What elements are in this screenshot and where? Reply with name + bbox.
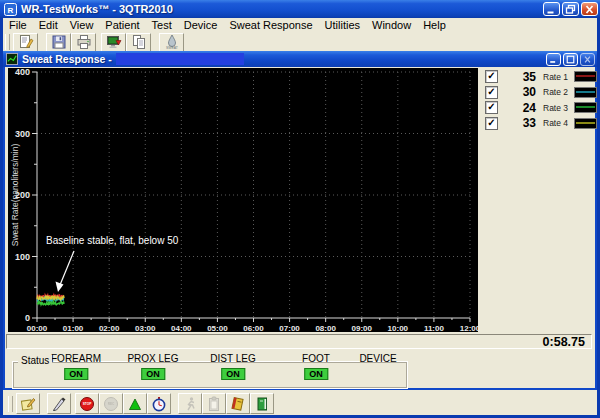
play-icon [127, 396, 143, 412]
status-badge-forearm: ON [64, 368, 88, 380]
log-book-icon [230, 396, 246, 412]
stop-button[interactable]: STOP [75, 393, 99, 414]
rate-row-4: ✓33Rate 4 [481, 116, 597, 132]
svg-text:12:00: 12:00 [460, 324, 478, 332]
chart-annotation: Baseline stable, flat, below 50 [46, 235, 178, 246]
status-header-prox-leg: PROX LEG [127, 353, 178, 364]
menu-bar: FileEditViewPatientTestDeviceSweat Respo… [3, 18, 597, 32]
inner-close-icon [582, 55, 593, 64]
log-book-button[interactable] [226, 393, 250, 414]
rate-4-value: 33 [498, 116, 536, 130]
edit-note-button[interactable] [13, 33, 38, 52]
svg-text:0: 0 [25, 313, 30, 323]
note-marker-button[interactable] [16, 393, 40, 414]
pen-icon [51, 396, 67, 412]
status-group-label: Status [18, 355, 52, 366]
rec-icon: REC [103, 396, 119, 412]
svg-text:06:00: 06:00 [243, 324, 264, 332]
export-monitor-icon [106, 34, 122, 50]
status-header-device: DEVICE [359, 353, 396, 364]
window-titlebar[interactable]: R WR-TestWorks™ - 3QTR2010 [0, 0, 600, 18]
edit-note-icon [18, 34, 34, 50]
rate-1-color-swatch [574, 71, 597, 82]
menu-patient[interactable]: Patient [99, 18, 145, 32]
rate-3-checkbox[interactable]: ✓ [485, 101, 498, 114]
svg-text:05:00: 05:00 [207, 324, 228, 332]
svg-text:01:00: 01:00 [63, 324, 84, 332]
status-header-forearm: FOREARM [51, 353, 101, 364]
svg-text:02:00: 02:00 [99, 324, 120, 332]
close-icon [583, 4, 596, 15]
menu-file[interactable]: File [3, 18, 33, 32]
inner-maximize-button[interactable] [563, 53, 578, 66]
svg-text:03:00: 03:00 [135, 324, 156, 332]
rate-1-label: Rate 1 [543, 72, 574, 82]
rate-2-color-swatch [574, 87, 597, 98]
timer-value: 0:58.75 [543, 335, 585, 349]
menu-utilities[interactable]: Utilities [319, 18, 366, 32]
rate-1-checkbox[interactable]: ✓ [485, 70, 498, 83]
sweat-response-title: Sweat Response - [22, 53, 112, 65]
menu-window[interactable]: Window [366, 18, 417, 32]
menu-edit[interactable]: Edit [33, 18, 64, 32]
redacted-patient-name [116, 53, 244, 65]
toolbar-grip [5, 34, 10, 50]
sweat-drop-button[interactable]: SWEAT [159, 33, 184, 52]
clipboard-button[interactable] [202, 393, 226, 414]
wr-testworks-window: R WR-TestWorks™ - 3QTR2010 FileEditViewP… [0, 0, 600, 418]
rate-4-checkbox[interactable]: ✓ [485, 117, 498, 130]
menu-device[interactable]: Device [178, 18, 224, 32]
stopwatch-button[interactable] [147, 393, 171, 414]
rate-4-color-swatch [574, 118, 597, 129]
menu-help[interactable]: Help [417, 18, 452, 32]
menu-view[interactable]: View [64, 18, 100, 32]
copy-button[interactable] [126, 33, 151, 52]
svg-text:100: 100 [15, 252, 30, 262]
rate-2-checkbox[interactable]: ✓ [485, 86, 498, 99]
sweat-drop-icon: SWEAT [164, 34, 180, 50]
svg-text:04:00: 04:00 [171, 324, 192, 332]
print-button[interactable] [71, 33, 96, 52]
rate-3-label: Rate 3 [543, 103, 574, 113]
play-button[interactable] [123, 393, 147, 414]
note-marker-icon [20, 396, 36, 412]
green-book-button[interactable] [250, 393, 274, 414]
svg-text:300: 300 [15, 129, 30, 139]
status-header-dist-leg: DIST LEG [210, 353, 255, 364]
minimize-icon [545, 4, 558, 15]
inner-minimize-button[interactable] [546, 53, 561, 66]
inner-close-button[interactable] [580, 53, 595, 66]
rec-button[interactable]: REC [99, 393, 123, 414]
bottom-toolbar: STOPREC [3, 392, 597, 415]
svg-text:09:00: 09:00 [352, 324, 373, 332]
pen-button[interactable] [47, 393, 71, 414]
runner-button[interactable] [178, 393, 202, 414]
runner-icon [182, 396, 198, 412]
restore-icon [564, 4, 577, 15]
save-button[interactable] [46, 33, 71, 52]
rate-3-color-swatch [574, 102, 597, 113]
menu-sweat-response[interactable]: Sweat Response [223, 18, 318, 32]
stop-icon: STOP [79, 396, 95, 412]
svg-text:STOP: STOP [83, 402, 92, 406]
export-monitor-button[interactable] [101, 33, 126, 52]
minimize-button[interactable] [543, 2, 560, 16]
rate-3-value: 24 [498, 101, 536, 115]
status-badge-foot: ON [304, 368, 328, 380]
svg-text:07:00: 07:00 [279, 324, 300, 332]
rate-row-2: ✓30Rate 2 [481, 85, 597, 101]
svg-text:10:00: 10:00 [388, 324, 409, 332]
svg-text:400: 400 [15, 68, 30, 77]
green-book-icon [254, 396, 270, 412]
restore-button[interactable] [562, 2, 579, 16]
save-icon [51, 34, 67, 50]
svg-text:R: R [8, 5, 14, 14]
sweat-response-titlebar[interactable]: Sweat Response - [3, 51, 597, 67]
close-button[interactable] [581, 2, 598, 16]
menu-test[interactable]: Test [146, 18, 178, 32]
copy-icon [131, 34, 147, 50]
rates-panel: ✓35Rate 1✓30Rate 2✓24Rate 3✓33Rate 4 [481, 69, 597, 131]
clipboard-icon [206, 396, 222, 412]
window-title: WR-TestWorks™ - 3QTR2010 [21, 3, 541, 15]
rate-2-value: 30 [498, 85, 536, 99]
